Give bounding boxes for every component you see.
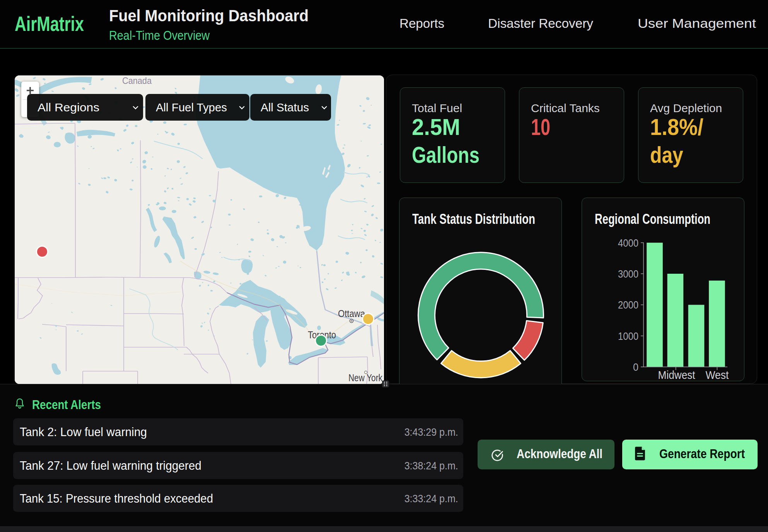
svg-text:1000: 1000: [618, 330, 638, 342]
svg-text:Ottawa: Ottawa: [338, 308, 365, 319]
svg-text:2000: 2000: [618, 299, 638, 311]
svg-text:New York: New York: [348, 372, 382, 383]
svg-text:4000: 4000: [618, 237, 638, 249]
svg-text:3000: 3000: [618, 268, 638, 280]
svg-text:Canada: Canada: [122, 75, 152, 86]
svg-text:West: West: [705, 368, 729, 381]
svg-text:Midwest: Midwest: [658, 368, 696, 381]
svg-text:0: 0: [633, 361, 638, 373]
